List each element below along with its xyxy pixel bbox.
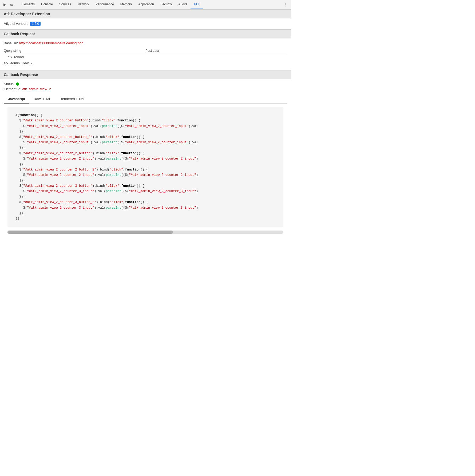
- nav-tab-security[interactable]: Security: [157, 0, 175, 9]
- nav-tab-sources[interactable]: Sources: [56, 0, 74, 9]
- version-label: Atkjs-ui version:: [4, 22, 28, 26]
- more-options-icon[interactable]: ⋮: [281, 2, 290, 7]
- code-container: $(function() { $("#atk_admin_view_2_coun…: [7, 107, 283, 227]
- query-grid: Query string Post data __atk_reload atk_…: [4, 48, 287, 66]
- element-id-link[interactable]: atk_admin_view_2: [22, 87, 51, 91]
- tab-javascript[interactable]: Javascript: [4, 95, 29, 104]
- post-data-header: Post data: [145, 48, 287, 54]
- version-badge: 1.6.0: [30, 22, 41, 26]
- base-url-row: Base Url: http://localhost:8000/demos/re…: [4, 41, 287, 45]
- callback-request-section: Base Url: http://localhost:8000/demos/re…: [0, 38, 291, 70]
- callback-response-header: Callback Response: [0, 70, 291, 79]
- callback-request-header: Callback Request: [0, 29, 291, 38]
- nav-tab-console[interactable]: Console: [38, 0, 56, 9]
- device-icon[interactable]: ▭: [9, 2, 14, 7]
- element-id-row: Element Id: atk_admin_view_2: [4, 87, 287, 91]
- nav-tab-network[interactable]: Network: [74, 0, 92, 9]
- callback-response-section: Status: Element Id: atk_admin_view_2 Jav…: [0, 79, 291, 234]
- post-data-value: [145, 54, 287, 60]
- query-value-cell: atk_admin_view_2: [4, 60, 145, 66]
- nav-tab-memory[interactable]: Memory: [117, 0, 135, 9]
- horizontal-scrollbar[interactable]: [7, 231, 283, 234]
- nav-tab-elements[interactable]: Elements: [18, 0, 38, 9]
- atk-header-title: Atk Developper Extension: [4, 12, 50, 16]
- tab-raw-html[interactable]: Raw HTML: [29, 95, 55, 104]
- nav-tab-atk[interactable]: ATK: [191, 0, 203, 9]
- base-url-link[interactable]: http://localhost:8000/demos/reloading.ph…: [19, 41, 83, 45]
- status-dot: [16, 82, 19, 86]
- nav-tab-audits[interactable]: Audits: [175, 0, 190, 9]
- main-content: Atk Developper Extension Atkjs-ui versio…: [0, 9, 291, 234]
- nav-icon-group: ▶ ▭: [1, 2, 15, 7]
- nav-tabs: ElementsConsoleSourcesNetworkPerformance…: [18, 0, 203, 9]
- query-key-value: __atk_reload: [4, 54, 145, 60]
- base-url-label: Base Url:: [4, 41, 18, 45]
- query-string-header: Query string: [4, 48, 145, 54]
- response-tab-bar: JavascriptRaw HTMLRendered HTML: [4, 95, 287, 104]
- callback-request-title: Callback Request: [4, 32, 35, 36]
- nav-tab-performance[interactable]: Performance: [92, 0, 117, 9]
- element-id-label: Element Id:: [4, 87, 21, 91]
- callback-response-title: Callback Response: [4, 73, 38, 77]
- version-row: Atkjs-ui version: 1.6.0: [0, 18, 291, 29]
- status-label: Status:: [4, 82, 14, 86]
- scrollbar-thumb[interactable]: [7, 231, 173, 234]
- tab-rendered-html[interactable]: Rendered HTML: [55, 95, 89, 104]
- atk-header: Atk Developper Extension: [0, 9, 291, 18]
- status-row: Status:: [4, 82, 287, 86]
- inspect-icon[interactable]: ▶: [2, 2, 7, 7]
- devtools-navbar: ▶ ▭ ElementsConsoleSourcesNetworkPerform…: [0, 0, 291, 9]
- nav-tab-application[interactable]: Application: [135, 0, 157, 9]
